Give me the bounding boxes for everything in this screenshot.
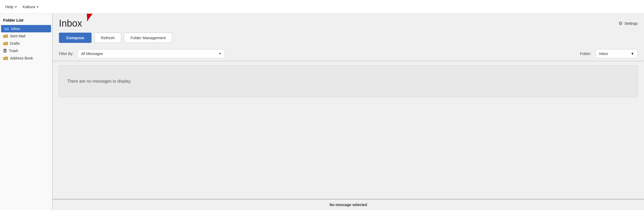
filter-by-select[interactable]: All Messages ▼	[78, 49, 225, 58]
top-nav: Help ▼ Kaltura ▼	[0, 0, 644, 14]
settings-label: Settings	[624, 21, 638, 26]
inbox-title-container: Inbox	[59, 18, 85, 29]
inbox-header: Inbox ⚙	[53, 14, 644, 49]
page-title: Inbox	[59, 18, 82, 29]
compose-button[interactable]: Compose	[59, 33, 92, 43]
folder-blue-icon	[4, 27, 9, 31]
filter-bar: Filter By: All Messages ▼ Folder: Inbox …	[53, 49, 644, 61]
empty-message-box: There are no messages to display.	[59, 66, 638, 97]
sidebar-item-sent-mail[interactable]: Sent Mail	[0, 32, 52, 40]
nav-help-label: Help	[5, 4, 13, 9]
svg-rect-6	[3, 43, 8, 45]
sidebar-item-trash-label: Trash	[9, 49, 18, 53]
sidebar-item-sent-label: Sent Mail	[10, 34, 25, 38]
chevron-down-icon: ▼	[36, 5, 39, 8]
filter-by-label: Filter By:	[59, 52, 73, 56]
sidebar-item-drafts[interactable]: Drafts	[0, 40, 52, 47]
folder-value: Inbox	[599, 52, 628, 56]
content-area: Inbox ⚙	[53, 14, 644, 210]
svg-rect-8	[3, 49, 7, 50]
chevron-down-icon: ▼	[631, 52, 634, 56]
toolbar: Compose Refresh Folder Management	[59, 33, 638, 43]
folder-select[interactable]: Inbox ▼	[596, 49, 638, 58]
sidebar-item-inbox[interactable]: Inbox	[1, 25, 51, 32]
folder-icon	[3, 56, 8, 60]
sidebar-item-drafts-label: Drafts	[10, 41, 20, 46]
filter-value: All Messages	[81, 52, 216, 56]
folder-label: Folder:	[580, 52, 591, 56]
folder-icon	[3, 42, 8, 45]
refresh-button[interactable]: Refresh	[94, 33, 121, 43]
svg-rect-14	[3, 57, 8, 60]
sidebar-item-inbox-label: Inbox	[11, 27, 20, 31]
sidebar-item-address-book[interactable]: Address Book	[0, 54, 52, 62]
inbox-title-row: Inbox ⚙	[59, 18, 638, 29]
sidebar-item-address-book-label: Address Book	[10, 56, 33, 60]
sidebar-title: Folder List	[0, 16, 52, 25]
svg-rect-4	[3, 35, 8, 38]
nav-kaltura[interactable]: Kaltura ▼	[23, 4, 39, 9]
status-text: No message selected	[330, 203, 367, 207]
arrow-icon	[82, 14, 103, 26]
message-area: There are no messages to display.	[53, 61, 644, 199]
no-messages-text: There are no messages to display.	[67, 79, 131, 84]
svg-rect-2	[4, 28, 9, 30]
status-bar: No message selected	[53, 199, 644, 210]
main-layout: Folder List Inbox Sent Mail	[0, 14, 644, 210]
sidebar: Folder List Inbox Sent Mail	[0, 14, 53, 210]
trash-icon	[3, 49, 7, 53]
gear-icon: ⚙	[618, 21, 623, 26]
settings-button[interactable]: ⚙ Settings	[618, 21, 638, 26]
folder-management-button[interactable]: Folder Management	[124, 33, 172, 43]
svg-rect-9	[4, 49, 6, 49]
sidebar-item-trash[interactable]: Trash	[0, 47, 52, 54]
chevron-down-icon: ▼	[218, 52, 222, 56]
nav-help[interactable]: Help ▼	[5, 4, 17, 9]
folder-icon	[3, 34, 8, 38]
chevron-down-icon: ▼	[14, 5, 17, 8]
nav-kaltura-label: Kaltura	[23, 4, 35, 9]
